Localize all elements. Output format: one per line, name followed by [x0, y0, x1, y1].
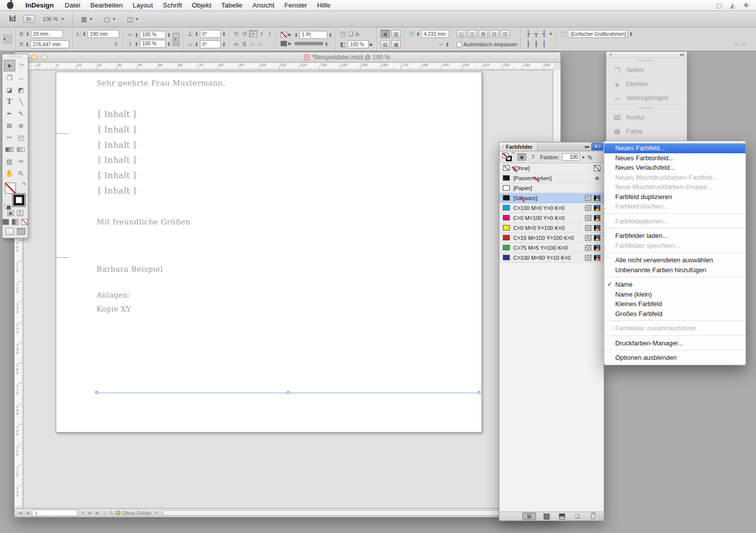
- distribute-right-icon[interactable]: ┨: [541, 41, 547, 48]
- preflight-dropdown-icon[interactable]: ▼: [153, 511, 159, 515]
- apple-menu-icon[interactable]: [7, 2, 13, 9]
- scale-x-field[interactable]: 100 %: [140, 31, 166, 39]
- wrap-object-shape-button[interactable]: ▤: [380, 40, 390, 48]
- shear-stepper[interactable]: ▲▼: [195, 42, 198, 47]
- swatch-row[interactable]: [Passermarken]⊕: [499, 173, 604, 183]
- document-page[interactable]: Sehr geehrte Frau Mustermann,[ Inhalt ][…: [56, 72, 482, 432]
- y-stepper[interactable]: ▲▼: [25, 42, 29, 47]
- bridge-button[interactable]: Br: [23, 15, 35, 23]
- ellipse-frame-tool[interactable]: ⊗: [15, 119, 27, 131]
- scale-x-menu[interactable]: ▲▼: [167, 32, 171, 37]
- hand-tool[interactable]: ✋: [3, 167, 15, 179]
- corner-shape-menu[interactable]: ▲▼: [446, 42, 449, 47]
- menu-item-farbfeldoptionen-[interactable]: Farbfeldoptionen...: [604, 216, 746, 226]
- menu-hilfe[interactable]: Hilfe: [312, 1, 336, 9]
- gradient-feather-tool[interactable]: [15, 143, 27, 155]
- letter-content-line[interactable]: [ Inhalt ]: [98, 140, 136, 150]
- tools-panel-drag-handle[interactable]: [2, 54, 28, 59]
- menu-item-farbfeld-l-schen-[interactable]: Farbfeld löschen...: [604, 202, 746, 212]
- dock-drag-handle[interactable]: [606, 58, 687, 63]
- corner-size-stepper[interactable]: ▲▼: [416, 31, 420, 36]
- chevron-right-icon[interactable]: ▶: [370, 42, 373, 47]
- preflight-menu-icon[interactable]: ⚲: [107, 509, 115, 517]
- normal-view-mode-button[interactable]: [5, 228, 14, 235]
- pencil-tool[interactable]: ✎: [15, 107, 27, 119]
- shear-field[interactable]: 0°: [200, 40, 221, 48]
- select-next-icon[interactable]: ↦: [257, 42, 264, 47]
- length-field[interactable]: 190 mm: [88, 30, 119, 38]
- menu-tabelle[interactable]: Tabelle: [216, 1, 248, 9]
- previous-page-button[interactable]: ◀: [25, 511, 30, 515]
- swap-fill-stroke-icon[interactable]: ↷: [511, 151, 515, 156]
- swatch-row[interactable]: C=15 M=100 Y=100 K=0: [499, 233, 604, 243]
- rotation-menu[interactable]: ▲▼: [222, 31, 226, 36]
- next-page-button[interactable]: ▶: [88, 511, 93, 515]
- panel-resize-grip[interactable]: [597, 514, 603, 520]
- y-position-field[interactable]: 276,647 mm: [30, 40, 69, 48]
- length-stepper[interactable]: ▲▼: [83, 31, 86, 36]
- reference-point-grid[interactable]: [3, 35, 12, 43]
- stroke-type-dropdown[interactable]: [294, 42, 323, 45]
- fill-color-box[interactable]: [5, 183, 16, 194]
- select-content-icon[interactable]: ↧: [267, 31, 273, 37]
- menu-item-neues-farbtonfeld-[interactable]: Neues Farbtonfeld...: [604, 153, 746, 163]
- scale-y-field[interactable]: 100 %: [140, 40, 166, 48]
- clear-overrides-icon[interactable]: ↤: [733, 42, 740, 47]
- zoom-level-dropdown[interactable]: 100 %▼: [40, 16, 68, 22]
- align-left-icon[interactable]: ┣: [525, 30, 531, 37]
- stroke-weight-menu[interactable]: ▲▼: [329, 32, 332, 37]
- default-fill-stroke-icon[interactable]: [4, 204, 9, 209]
- menu-item-farbfelder-zusammenf-hren[interactable]: Farbfelder zusammenführen: [604, 323, 746, 333]
- gradient-swatch-tool[interactable]: [3, 143, 15, 155]
- dock-item-ebenen[interactable]: ◈Ebenen: [606, 77, 687, 91]
- window-close-button[interactable]: [31, 54, 37, 60]
- letter-greeting[interactable]: Sehr geehrte Frau Mustermann,: [96, 79, 225, 88]
- center-content-button[interactable]: ⊡: [500, 30, 510, 38]
- dock-expand-icon[interactable]: ▶▶: [680, 53, 684, 57]
- dock-drag-handle[interactable]: [606, 106, 687, 110]
- direct-selection-tool[interactable]: ➤: [15, 60, 27, 72]
- content-placer-tool[interactable]: ◩: [15, 84, 27, 96]
- swatch-row[interactable]: [Ohne]: [499, 163, 604, 173]
- menu-indesign[interactable]: InDesign: [20, 1, 60, 9]
- fit-frame-button[interactable]: ◳: [468, 30, 477, 38]
- distribute-left-icon[interactable]: ┠: [525, 41, 531, 48]
- swatch-row[interactable]: C=100 M=0 Y=0 K=0: [499, 203, 604, 213]
- constrain-proportions-icon[interactable]: ∞: [112, 41, 119, 48]
- formatting-affects-container-button[interactable]: ▣: [7, 210, 14, 216]
- letter-signature[interactable]: Barbara Beispiel: [96, 265, 163, 274]
- selection-tool[interactable]: ➤: [3, 60, 15, 72]
- dock-close-icon[interactable]: ✕: [609, 52, 613, 57]
- preview-mode-button[interactable]: [17, 228, 25, 235]
- menu-item-optionen-ausblenden[interactable]: Optionen ausblenden: [604, 353, 746, 363]
- shear-menu[interactable]: ▲▼: [222, 42, 226, 47]
- rotation-field[interactable]: 0°: [200, 30, 221, 38]
- menu-item-name[interactable]: ✓Name: [604, 280, 746, 290]
- stroke-weight-stepper[interactable]: ▲▼: [294, 32, 298, 37]
- stroke-color-box[interactable]: [13, 195, 24, 206]
- align-right-icon[interactable]: ┫: [541, 30, 547, 37]
- object-style-menu[interactable]: ▲▼: [629, 31, 633, 36]
- expand-panel-icon[interactable]: ▶▶: [583, 145, 591, 149]
- scissors-tool[interactable]: ✂: [3, 131, 15, 143]
- show-gradient-swatches-button[interactable]: [557, 513, 567, 520]
- wrap-jump-button[interactable]: ▦: [391, 40, 401, 48]
- menu-item-druckfarben-manager-[interactable]: Druckfarben-Manager...: [604, 338, 746, 348]
- wrap-none-button[interactable]: ▣: [380, 30, 390, 38]
- select-container-icon[interactable]: ↥: [259, 31, 265, 37]
- fit-content-button[interactable]: ◱: [457, 30, 466, 38]
- object-style-dropdown[interactable]: [Einfacher Grafikrahmen]: [568, 30, 628, 38]
- chevron-right-icon[interactable]: ▶: [288, 32, 291, 37]
- collapse-panel-icon[interactable]: ↕: [502, 144, 504, 149]
- apply-none-button[interactable]: [21, 219, 28, 225]
- scale-x-stepper[interactable]: ▲▼: [135, 32, 138, 37]
- stroke-type-menu[interactable]: ▲▼: [325, 41, 328, 46]
- reference-point-proxy[interactable]: [0, 27, 16, 51]
- menu-layout[interactable]: Layout: [128, 1, 158, 9]
- fill-color-box[interactable]: [502, 153, 508, 158]
- menu-item-neues-farbfeld-[interactable]: Neues Farbfeld...: [604, 143, 746, 153]
- dock-item-seiten[interactable]: ❐Seiten: [606, 63, 687, 77]
- menu-item-alle-nicht-verwendeten-ausw-hlen[interactable]: Alle nicht verwendeten auswählen: [604, 255, 746, 265]
- line-tool[interactable]: ╲: [15, 96, 27, 107]
- screen-mode-button[interactable]: ◫▼: [124, 15, 142, 23]
